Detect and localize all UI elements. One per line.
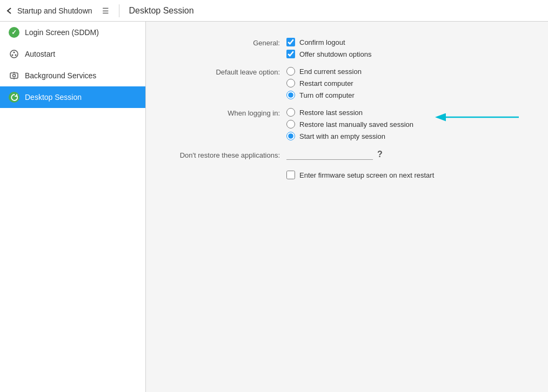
svg-rect-4 (10, 73, 18, 78)
start-empty-row: Start with an empty session (286, 132, 413, 140)
desktop-session-icon (9, 92, 19, 103)
general-section: General: Confirm logout Offer shutdown o… (168, 38, 526, 58)
restore-last-radio[interactable] (286, 108, 295, 117)
login-screen-icon (9, 27, 19, 38)
back-label: Startup and Shutdown (17, 6, 92, 15)
firmware-row: Enter firmware setup screen on next rest… (286, 171, 526, 179)
firmware-label[interactable]: Enter firmware setup screen on next rest… (299, 171, 434, 179)
menu-icon[interactable]: ☰ (102, 6, 109, 15)
restore-last-label[interactable]: Restore last session (299, 109, 363, 117)
sidebar-item-login-screen[interactable]: Login Screen (SDDM) (0, 22, 145, 43)
svg-point-5 (13, 75, 16, 77)
default-leave-section: Default leave option: End current sessio… (168, 67, 526, 99)
start-empty-label[interactable]: Start with an empty session (299, 132, 385, 140)
svg-point-1 (14, 52, 15, 53)
svg-point-3 (15, 55, 17, 56)
general-row: General: Confirm logout Offer shutdown o… (168, 38, 526, 58)
offer-shutdown-checkbox[interactable] (286, 50, 295, 58)
turn-off-row: Turn off computer (286, 91, 362, 99)
end-session-radio[interactable] (286, 67, 295, 76)
back-button[interactable]: Startup and Shutdown (5, 6, 92, 15)
content-area: General: Confirm logout Offer shutdown o… (146, 22, 548, 392)
restore-manually-row: Restore last manually saved session (286, 120, 413, 129)
help-button[interactable]: ? (377, 150, 383, 159)
page-title: Desktop Session (129, 6, 194, 16)
svg-point-2 (12, 55, 14, 56)
restart-computer-radio[interactable] (286, 79, 295, 87)
default-leave-controls: End current session Restart computer Tur… (286, 67, 362, 99)
turn-off-radio[interactable] (286, 91, 295, 99)
turn-off-label[interactable]: Turn off computer (299, 91, 355, 99)
start-empty-radio[interactable] (286, 132, 295, 140)
general-label: General: (168, 38, 286, 47)
restore-manually-radio[interactable] (286, 120, 295, 129)
when-logging-section: When logging in: Restore last session Re… (168, 108, 526, 140)
restore-manually-label[interactable]: Restore last manually saved session (299, 120, 413, 129)
end-session-row: End current session (286, 67, 362, 76)
app-container: Startup and Shutdown ☰ Desktop Session L… (0, 0, 548, 392)
header-divider (119, 4, 119, 17)
end-session-label[interactable]: End current session (299, 67, 362, 76)
confirm-logout-checkbox[interactable] (286, 38, 295, 46)
when-logging-label: When logging in: (168, 108, 286, 117)
sidebar-item-autostart[interactable]: Autostart (0, 43, 145, 65)
sidebar: Login Screen (SDDM) Autostart (0, 22, 146, 392)
firmware-checkbox[interactable] (286, 171, 295, 179)
sidebar-label-login-screen: Login Screen (SDDM) (25, 28, 99, 37)
confirm-logout-label[interactable]: Confirm logout (299, 38, 345, 46)
sidebar-label-background-services: Background Services (25, 71, 96, 80)
background-services-icon (9, 70, 19, 81)
sidebar-label-autostart: Autostart (25, 50, 55, 58)
dont-restore-label: Don't restore these applications: (168, 150, 286, 159)
when-logging-row: When logging in: Restore last session Re… (168, 108, 526, 140)
svg-point-0 (10, 50, 18, 58)
main-layout: Login Screen (SDDM) Autostart (0, 22, 548, 392)
default-leave-row: Default leave option: End current sessio… (168, 67, 526, 99)
dont-restore-row: Don't restore these applications: ? (168, 149, 526, 160)
offer-shutdown-row: Offer shutdown options (286, 50, 371, 58)
sidebar-item-background-services[interactable]: Background Services (0, 65, 145, 86)
confirm-logout-row: Confirm logout (286, 38, 371, 46)
sidebar-item-desktop-session[interactable]: Desktop Session (0, 86, 145, 108)
restart-computer-label[interactable]: Restart computer (299, 79, 353, 87)
restore-last-row: Restore last session (286, 108, 413, 117)
default-leave-label: Default leave option: (168, 67, 286, 76)
autostart-icon (9, 49, 19, 59)
header: Startup and Shutdown ☰ Desktop Session (0, 0, 548, 22)
when-logging-controls: Restore last session Restore last manual… (286, 108, 413, 140)
restart-computer-row: Restart computer (286, 79, 362, 87)
offer-shutdown-label[interactable]: Offer shutdown options (299, 50, 371, 58)
sidebar-label-desktop-session: Desktop Session (25, 93, 82, 102)
dont-restore-input[interactable] (286, 149, 373, 160)
general-controls: Confirm logout Offer shutdown options (286, 38, 371, 58)
